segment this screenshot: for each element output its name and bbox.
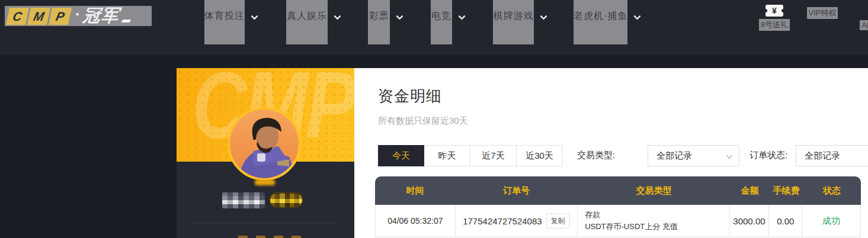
sidebar-divider [190,223,339,223]
header-time: 时间 [375,185,455,197]
transaction-type-select[interactable]: 全部记录 [648,145,739,166]
shortcut-vip[interactable]: VIP特权 [805,5,840,19]
shortcut-app-clipped[interactable]: AP [855,20,868,30]
navbar: C M P · 冠军 体育投注 真人娱乐 彩票 电竞 棋牌游戏 老虎机·捕鱼 ¥… [0,0,868,55]
cell-status: 成功 [802,205,860,237]
cell-amount: 3000.00 [730,205,770,237]
page-title: 资金明细 [378,86,442,107]
tab-last-7-days[interactable]: 近7天 [470,145,517,166]
brand-logo[interactable]: C M P · 冠军 [5,6,152,26]
filter-controls: 今天 昨天 近7天 近30天 交易类型: 全部记录 订单状态: 全部记录 [378,145,864,166]
username-blurred [222,192,265,208]
order-number: 1775424727524083 [463,216,542,226]
chevron-down-icon [334,12,341,20]
chevron-down-icon [633,12,641,20]
status-badge: 成功 [822,216,840,227]
funds-detail-panel: 资金明细 所有数据只保留近30天 今天 昨天 近7天 近30天 交易类型: 全部… [354,68,868,238]
chevron-down-icon [458,12,466,20]
date-range-tabs: 今天 昨天 近7天 近30天 [378,145,563,166]
nav-item-label: 彩票 [368,0,390,22]
nav-item-label: 电竞 [431,0,452,22]
avatar-level-chip-blurred [255,179,275,185]
chevron-down-icon [726,152,732,159]
chevron-down-icon [540,12,547,20]
nav-item-lottery[interactable]: 彩票 [368,0,390,55]
nav-item-esports[interactable]: 电竞 [431,0,452,55]
header-amount: 金额 [730,185,770,197]
sidebar-menu-clipped [238,236,309,238]
avatar-photo [230,110,299,178]
header-order-no: 订单号 [455,185,578,197]
page-subtitle: 所有数据只保留近30天 [378,115,468,127]
copy-button[interactable]: 复制 [546,214,570,229]
transaction-type-line2: USDT存币-USDT上分 充值 [585,221,678,233]
logo-tail-dash [121,20,131,22]
transaction-type-value: 全部记录 [656,150,692,160]
shortcut-label: VIP特权 [807,7,838,19]
tab-today[interactable]: 今天 [378,145,424,166]
header-status: 状态 [803,185,861,197]
logo-brand-name: 冠军 [82,4,121,28]
header-transaction-type: 交易类型 [578,185,730,197]
logo-letter-m: M [27,8,50,25]
logo-letter-c: C [6,8,29,25]
yuan-ticket-icon: ¥ [765,5,783,17]
nav-item-label: 体育投注 [204,0,245,22]
nav-item-label: 真人娱乐 [286,0,328,22]
transaction-type-label: 交易类型: [577,150,615,161]
vip-badge-blurred [269,192,303,208]
funds-table: 时间 订单号 交易类型 金额 手续费 状态 04/06 05:32:07 177… [375,176,861,237]
nav-item-slots-fishing[interactable]: 老虎机·捕鱼 [574,0,627,55]
shortcut-label: 8号送礼 [759,19,790,31]
chevron-down-icon [251,12,258,20]
nav-item-sports[interactable]: 体育投注 [204,0,245,55]
nav-item-board-games[interactable]: 棋牌游戏 [493,0,534,55]
cell-order-no: 1775424727524083 复制 [456,205,578,237]
logo-letter-p: P [49,8,72,25]
cell-transaction-type: 存款 USDT存币-USDT上分 充值 [578,205,729,237]
table-row: 04/06 05:32:07 1775424727524083 复制 存款 US… [375,205,861,237]
order-status-label: 订单状态: [750,150,787,161]
logo-separator: · [75,5,81,24]
funds-table-header: 时间 订单号 交易类型 金额 手续费 状态 [375,176,861,205]
order-status-select[interactable]: 全部记录 [796,145,868,166]
order-status-value: 全部记录 [805,150,840,160]
nav-item-live-casino[interactable]: 真人娱乐 [286,0,328,55]
header-fee: 手续费 [770,185,803,197]
profile-sidebar: CMP [177,68,354,238]
shortcut-label: AP [860,20,868,30]
tab-last-30-days[interactable]: 近30天 [517,145,563,166]
chevron-down-icon [396,12,403,20]
transaction-type-line1: 存款 [585,209,600,221]
shortcut-gift[interactable]: ¥ 8号送礼 [757,5,792,31]
nav-item-label: 老虎机·捕鱼 [574,0,627,22]
avatar[interactable] [228,107,301,181]
cell-time: 04/06 05:32:07 [376,205,456,237]
tab-yesterday[interactable]: 昨天 [424,145,470,166]
cell-fee: 0.00 [769,205,802,237]
nav-item-label: 棋牌游戏 [493,0,534,22]
